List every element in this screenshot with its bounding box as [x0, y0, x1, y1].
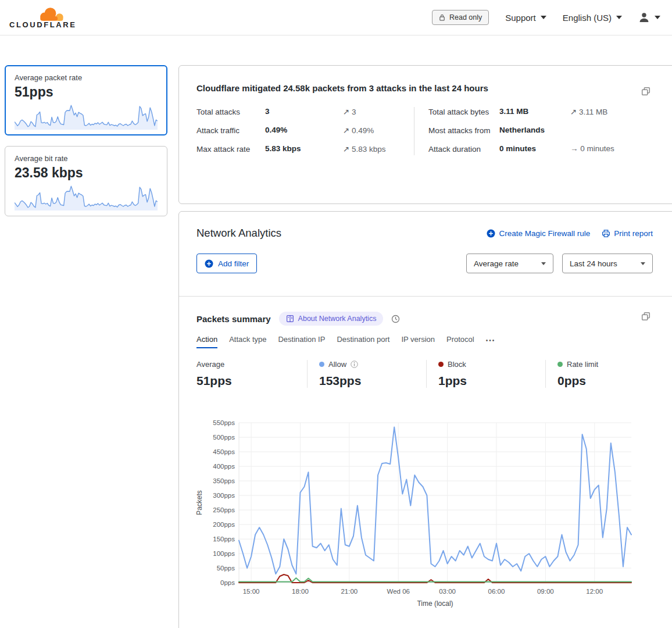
y-tick-label: 150pps — [213, 536, 235, 543]
rate-limit-dot — [557, 362, 563, 367]
block-dot — [438, 362, 444, 367]
user-icon — [638, 12, 650, 23]
metric-card-packet-rate[interactable]: Average packet rate 51pps — [5, 65, 167, 135]
packet-stat-label-text: Rate limit — [567, 360, 598, 369]
cloudflare-logo[interactable]: CLOUDFLARE — [9, 6, 77, 29]
packet-stat-label-text: Block — [448, 360, 466, 369]
network-analytics-panel: Network Analytics Create Magic Firewall … — [178, 211, 672, 628]
logo-wordmark: CLOUDFLARE — [9, 20, 77, 29]
add-filter-button[interactable]: Add filter — [196, 254, 257, 273]
metric-card-label: Average packet rate — [15, 73, 158, 82]
packet-rate-sparkline — [15, 103, 158, 130]
copy-icon[interactable] — [641, 312, 650, 321]
series-allow — [239, 427, 631, 575]
metric-select-value: Average rate — [474, 259, 519, 268]
metric-card-label: Average bit rate — [15, 154, 158, 163]
stat-delta: ↗ 3 — [343, 107, 414, 116]
tabs-more-button[interactable]: ••• — [486, 337, 496, 348]
chevron-down-icon — [541, 262, 546, 265]
x-tick-label: Wed 06 — [387, 588, 410, 595]
packet-stat-value: 51pps — [196, 374, 307, 388]
chevron-down-icon — [616, 16, 622, 19]
x-tick-label: 15:00 — [243, 588, 260, 595]
packet-stat-block: Block1pps — [426, 360, 545, 388]
packet-stats: Average51ppsAllow153ppsBlock1ppsRate lim… — [196, 360, 666, 388]
summary-title: Cloudflare mitigated 24.58k packets from… — [196, 83, 666, 93]
info-icon[interactable] — [351, 361, 358, 368]
series-rate-limit — [239, 578, 631, 582]
tab-protocol[interactable]: Protocol — [446, 335, 474, 348]
chevron-down-icon — [541, 16, 546, 19]
book-icon — [286, 315, 294, 323]
plus-circle-icon — [487, 229, 495, 238]
packet-stat-label: Block — [438, 360, 545, 369]
plus-circle-icon — [205, 259, 213, 268]
packet-stat-rate-limit: Rate limit0pps — [545, 360, 664, 388]
stat-value: 0.49% — [265, 126, 343, 134]
stat-delta: → 0 minutes — [570, 144, 666, 153]
support-menu[interactable]: Support — [505, 13, 546, 23]
about-badge-label: About Network Analytics — [298, 315, 377, 323]
packet-stat-value: 0pps — [557, 374, 664, 388]
stat-label: Most attacks from — [428, 126, 499, 136]
add-filter-label: Add filter — [218, 259, 249, 268]
packet-stat-label: Allow — [319, 360, 426, 369]
attack-summary-panel: Cloudflare mitigated 24.58k packets from… — [178, 65, 672, 204]
packet-stat-label: Rate limit — [557, 360, 664, 369]
y-tick-label: 100pps — [213, 550, 235, 557]
create-rule-label: Create Magic Firewall rule — [499, 229, 590, 238]
print-report-link[interactable]: Print report — [602, 229, 653, 238]
top-header: CLOUDFLARE Read only Support English (US… — [0, 0, 672, 35]
x-axis-title: Time (local) — [417, 600, 453, 608]
y-tick-label: 300pps — [213, 492, 235, 499]
x-tick-label: 21:00 — [341, 588, 358, 595]
stat-value: 5.83 kbps — [265, 144, 343, 153]
copy-icon[interactable] — [641, 87, 650, 96]
y-tick-label: 0pps — [220, 579, 235, 586]
packets-summary-title: Packets summary — [196, 314, 271, 324]
tab-ip-version[interactable]: IP version — [401, 335, 435, 348]
stat-label: Attack traffic — [196, 126, 265, 136]
stat-value: 3.11 MB — [499, 107, 570, 116]
packet-stat-label-text: Allow — [328, 360, 346, 369]
network-analytics-title: Network Analytics — [196, 227, 281, 240]
x-tick-label: 18:00 — [292, 588, 309, 595]
metric-card-bit-rate[interactable]: Average bit rate 23.58 kbps — [5, 146, 167, 216]
tab-destination-port[interactable]: Destination port — [337, 335, 389, 348]
language-menu[interactable]: English (US) — [563, 13, 622, 23]
metric-select[interactable]: Average rate — [466, 254, 553, 273]
account-menu[interactable] — [638, 12, 660, 23]
x-tick-label: 06:00 — [488, 588, 505, 595]
y-axis-title: Packets — [195, 490, 203, 515]
y-tick-label: 400pps — [213, 463, 235, 470]
summary-right-stats: Total attack bytes3.11 MB↗ 3.11 MBMost a… — [414, 107, 666, 155]
stat-value: Netherlands — [499, 126, 570, 134]
packet-stat-average: Average51pps — [196, 360, 307, 388]
y-tick-label: 550pps — [213, 419, 235, 426]
x-tick-label: 12:00 — [586, 588, 603, 595]
packet-stat-label: Average — [196, 360, 307, 369]
packets-summary-tabs: ActionAttack typeDestination IPDestinati… — [196, 335, 666, 348]
x-tick-label: 09:00 — [537, 588, 554, 595]
stat-value: 3 — [265, 107, 343, 116]
time-range-select-value: Last 24 hours — [570, 259, 617, 268]
tab-destination-ip[interactable]: Destination IP — [278, 335, 325, 348]
packets-chart[interactable]: 0pps50pps100pps150pps200pps250pps300pps3… — [192, 415, 657, 609]
cloudflare-cloud-icon — [35, 6, 66, 22]
chevron-down-icon — [641, 262, 645, 265]
stat-delta: ↗ 0.49% — [343, 126, 414, 135]
stat-value: 0 minutes — [499, 144, 570, 153]
y-tick-label: 500pps — [213, 434, 235, 441]
language-label: English (US) — [563, 13, 612, 23]
create-magic-firewall-rule-link[interactable]: Create Magic Firewall rule — [487, 229, 590, 238]
about-network-analytics-badge[interactable]: About Network Analytics — [279, 312, 384, 326]
stat-label: Total attacks — [196, 107, 265, 117]
summary-left-stats: Total attacks3↗ 3Attack traffic0.49%↗ 0.… — [196, 107, 414, 155]
tab-attack-type[interactable]: Attack type — [229, 335, 266, 348]
tab-action[interactable]: Action — [196, 335, 217, 348]
support-label: Support — [505, 13, 536, 23]
x-tick-label: 03:00 — [439, 588, 456, 595]
time-range-select[interactable]: Last 24 hours — [562, 254, 653, 273]
read-only-label: Read only — [449, 13, 482, 22]
clock-icon[interactable] — [391, 315, 400, 323]
